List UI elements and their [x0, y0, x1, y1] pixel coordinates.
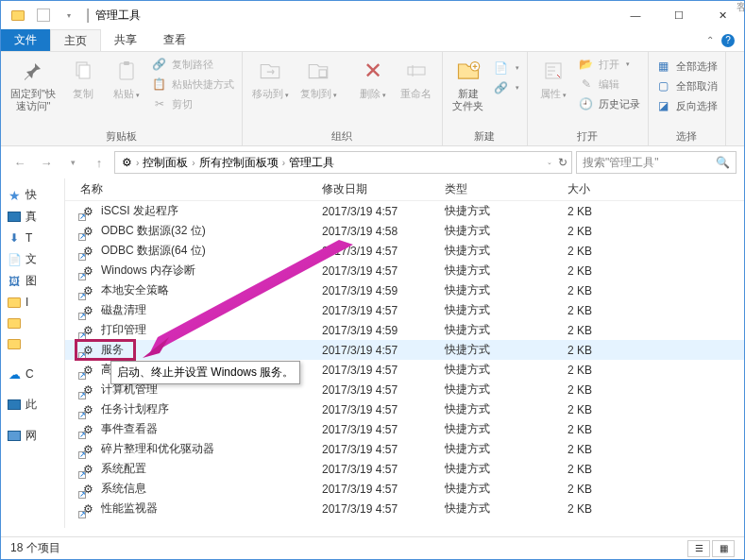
back-button[interactable]: ←	[8, 151, 31, 174]
details-view-button[interactable]: ☰	[687, 540, 710, 557]
tab-home[interactable]: 主页	[50, 29, 101, 51]
paste-shortcut-button[interactable]: 📋粘贴快捷方式	[150, 76, 236, 93]
collapse-ribbon-icon[interactable]: ⌃	[706, 35, 714, 45]
delete-button[interactable]: ✕ 删除▾	[353, 54, 393, 102]
properties-button[interactable]: 属性▾	[533, 54, 573, 102]
file-date: 2017/3/19 4:57	[314, 344, 437, 357]
item-count: 18 个项目	[10, 540, 60, 556]
file-row[interactable]: ⚙↗事件查看器2017/3/19 4:57快捷方式2 KB	[65, 419, 744, 439]
tree-quick-access[interactable]: ★快	[3, 184, 62, 206]
new-folder-button[interactable]: 新建 文件夹	[449, 54, 488, 114]
file-name: 碎片整理和优化驱动器	[101, 441, 214, 457]
file-row[interactable]: ⚙↗性能监视器2017/3/19 4:57快捷方式2 KB	[65, 499, 744, 518]
file-name: 事件查看器	[101, 421, 158, 437]
file-row[interactable]: ⚙↗iSCSI 发起程序2017/3/19 4:57快捷方式2 KB	[65, 201, 744, 221]
crumb[interactable]: 控制面板	[141, 155, 190, 171]
select-all-button[interactable]: ▦全部选择	[654, 58, 720, 75]
tree-item[interactable]: 📄文	[3, 248, 62, 270]
group-clipboard: 剪贴板	[7, 127, 236, 145]
crumb[interactable]: 管理工具	[287, 155, 336, 171]
file-row[interactable]: ⚙↗本地安全策略2017/3/19 4:59快捷方式2 KB	[65, 280, 744, 300]
tab-share[interactable]: 共享	[101, 29, 150, 51]
column-headers[interactable]: 名称 修改日期 类型 大小	[65, 178, 744, 201]
file-size: 2 KB	[560, 324, 654, 337]
edit-button[interactable]: ✎编辑	[577, 76, 642, 93]
up-button[interactable]: ↑	[88, 151, 110, 174]
file-row[interactable]: ⚙↗系统配置2017/3/19 4:57快捷方式2 KB	[65, 459, 744, 479]
refresh-icon[interactable]: ↻	[558, 156, 567, 169]
help-icon[interactable]: ?	[721, 34, 735, 47]
download-icon: ⬇	[7, 230, 22, 246]
copy-path-button[interactable]: 🔗复制路径	[150, 56, 236, 73]
file-row[interactable]: ⚙↗ODBC 数据源(64 位)2017/3/19 4:57快捷方式2 KB	[65, 241, 744, 261]
group-open: 打开	[533, 127, 642, 145]
window-title: 管理工具	[95, 8, 141, 24]
file-row[interactable]: ⚙↗系统信息2017/3/19 4:57快捷方式2 KB	[65, 479, 744, 499]
qat-dropdown[interactable]: ▾	[58, 4, 80, 26]
nav-tree[interactable]: ★快 真 ⬇T 📄文 🖼图 I ☁C 此 网	[1, 178, 65, 528]
shortcut-icon: ⚙↗	[80, 422, 95, 437]
file-row[interactable]: ⚙↗打印管理2017/3/19 4:59快捷方式2 KB	[65, 320, 744, 340]
file-name: 磁盘清理	[101, 302, 146, 318]
pin-to-quick-access-button[interactable]: 固定到"快 速访问"	[7, 54, 59, 114]
tree-item[interactable]: 真	[3, 206, 62, 228]
forward-button[interactable]: →	[35, 151, 58, 174]
folder-icon	[7, 315, 22, 331]
file-row[interactable]: ⚙↗ODBC 数据源(32 位)2017/3/19 4:58快捷方式2 KB	[65, 221, 744, 241]
file-row[interactable]: ⚙↗任务计划程序2017/3/19 4:57快捷方式2 KB	[65, 399, 744, 419]
move-to-button[interactable]: 移动到▾	[248, 54, 293, 102]
file-size: 2 KB	[560, 423, 654, 436]
shortcut-icon: ⚙↗	[80, 244, 95, 259]
breadcrumb-dropdown-icon[interactable]: ⌄	[547, 159, 552, 166]
tree-this-pc[interactable]: 此	[3, 394, 62, 416]
file-list[interactable]: 名称 修改日期 类型 大小 ⚙↗iSCSI 发起程序2017/3/19 4:57…	[65, 178, 744, 528]
maximize-button[interactable]: ☐	[657, 1, 701, 29]
file-type: 快捷方式	[437, 322, 560, 338]
qat-item[interactable]	[32, 4, 55, 26]
shortcut-icon: ⚙↗	[80, 224, 95, 239]
file-row[interactable]: ⚙↗碎片整理和优化驱动器2017/3/19 4:57快捷方式2 KB	[65, 439, 744, 459]
search-input[interactable]: 搜索"管理工具" 🔍	[576, 151, 737, 174]
crumb[interactable]: 所有控制面板项	[197, 155, 280, 171]
select-none-button[interactable]: ▢全部取消	[654, 77, 720, 94]
new-shortcut-button[interactable]: 🔗▾	[492, 79, 521, 96]
copy-to-button[interactable]: 复制到▾	[296, 54, 341, 102]
tree-item[interactable]: I	[3, 292, 62, 313]
tree-item[interactable]: ⬇T	[3, 228, 62, 248]
paste-button[interactable]: 粘贴▾	[107, 54, 146, 102]
recent-dropdown[interactable]: ▾	[61, 151, 84, 174]
col-type[interactable]: 类型	[437, 181, 560, 197]
col-size[interactable]: 大小	[560, 181, 654, 197]
tree-item[interactable]	[3, 333, 62, 354]
file-size: 2 KB	[560, 364, 654, 377]
file-type: 快捷方式	[437, 243, 560, 259]
cut-button[interactable]: ✂剪切	[150, 95, 236, 112]
star-icon: ★	[7, 188, 22, 203]
icons-view-button[interactable]: ▦	[712, 540, 735, 557]
rename-button[interactable]: 重命名	[397, 54, 436, 102]
tab-view[interactable]: 查看	[150, 29, 199, 51]
file-name: 任务计划程序	[101, 401, 169, 417]
file-row[interactable]: ⚙↗磁盘清理2017/3/19 4:57快捷方式2 KB	[65, 300, 744, 320]
copy-button[interactable]: 复制	[63, 54, 103, 102]
new-item-button[interactable]: 📄▾	[492, 59, 521, 76]
tree-item[interactable]	[3, 313, 62, 333]
file-row[interactable]: ⚙↗服务2017/3/19 4:57快捷方式2 KB	[65, 340, 744, 360]
file-date: 2017/3/19 4:57	[314, 502, 437, 516]
open-button[interactable]: 📂打开▾	[577, 56, 642, 73]
minimize-button[interactable]: —	[614, 1, 657, 29]
breadcrumb[interactable]: ⚙ › 控制面板 › 所有控制面板项 › 管理工具 ⌄ ↻	[114, 151, 572, 174]
invert-selection-button[interactable]: ◪反向选择	[654, 97, 720, 114]
file-type: 快捷方式	[437, 223, 560, 239]
file-type: 快捷方式	[437, 441, 560, 457]
tree-network[interactable]: 网	[3, 425, 62, 447]
history-button[interactable]: 🕘历史记录	[577, 95, 642, 112]
shortcut-icon: ⚙↗	[80, 363, 95, 378]
col-name[interactable]: 名称	[65, 181, 314, 197]
shortcut-icon: ⚙↗	[80, 263, 95, 279]
tree-onedrive[interactable]: ☁C	[3, 364, 62, 384]
file-row[interactable]: ⚙↗Windows 内存诊断2017/3/19 4:57快捷方式2 KB	[65, 261, 744, 280]
col-date[interactable]: 修改日期	[314, 181, 437, 197]
tab-file[interactable]: 文件	[1, 29, 50, 51]
tree-item[interactable]: 🖼图	[3, 270, 62, 292]
